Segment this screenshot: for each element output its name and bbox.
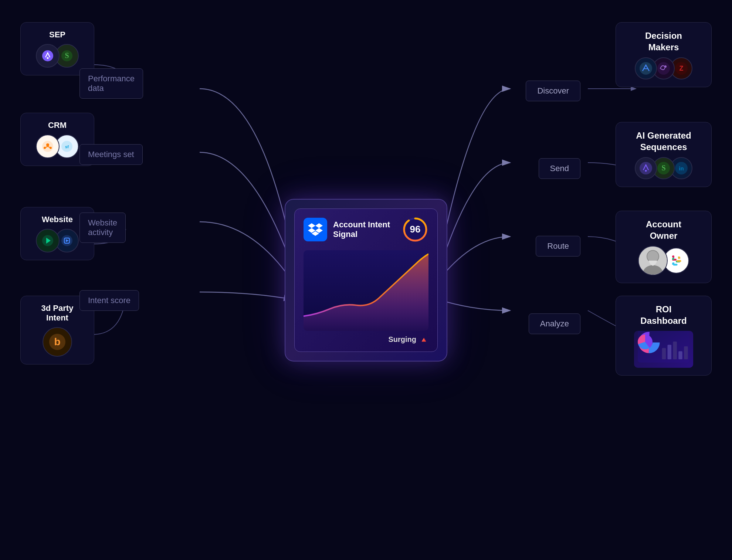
label-performance: Performance data — [79, 68, 143, 99]
dest-account-owner-title: Account Owner — [646, 218, 681, 241]
dest-roi-dashboard-title: ROI Dashboard — [640, 303, 687, 326]
action-discover[interactable]: Discover — [526, 81, 580, 101]
label-intent-score: Intent score — [79, 290, 139, 311]
action-analyze[interactable]: Analyze — [529, 313, 580, 334]
dest-decision-makers-title: Decision Makers — [645, 30, 682, 53]
center-card: Account Intent Signal 96 — [285, 199, 447, 362]
card-title: Account Intent Signal — [333, 220, 396, 239]
svg-rect-49 — [668, 345, 672, 359]
svg-point-7 — [46, 143, 49, 146]
dest-decision-makers: Decision Makers Z — [616, 22, 712, 87]
surging-arrow-icon: 🔺 — [419, 335, 428, 344]
label-intent-score-text: Intent score — [88, 296, 131, 305]
svg-rect-52 — [684, 346, 688, 359]
ai-sequences-icons: S in — [635, 157, 692, 179]
svg-point-38 — [647, 251, 658, 262]
label-website-activity: Website activity — [79, 213, 126, 243]
dest-roi-dashboard: ROI Dashboard — [616, 296, 712, 376]
chart-area — [304, 250, 428, 331]
label-website-activity-text: Website activity — [88, 218, 117, 237]
action-send[interactable]: Send — [539, 158, 580, 179]
action-send-text: Send — [550, 164, 569, 173]
score-circle: 96 — [402, 216, 428, 243]
score-number: 96 — [410, 224, 421, 235]
card-header: Account Intent Signal 96 — [304, 216, 428, 243]
svg-text:S: S — [661, 164, 665, 172]
roi-dashboard-preview — [634, 331, 693, 368]
svg-rect-50 — [673, 342, 677, 359]
action-discover-text: Discover — [537, 86, 569, 95]
source-crm-title: CRM — [48, 121, 67, 130]
source-website-icons — [36, 229, 79, 252]
source-sep: SEP S — [20, 22, 94, 75]
seq-outreach-icon — [635, 157, 657, 179]
action-route[interactable]: Route — [536, 236, 580, 257]
apollo-icon — [635, 57, 657, 79]
bombora-icon: b — [43, 327, 72, 357]
svg-rect-42 — [677, 260, 681, 262]
svg-point-29 — [640, 162, 652, 174]
label-meetings: Meetings set — [79, 144, 143, 165]
source-website-title: Website — [42, 215, 73, 224]
svg-point-3 — [47, 57, 49, 59]
surging-text: Surging — [388, 335, 416, 344]
website-icon-1 — [36, 229, 60, 252]
source-3d-party-title: 3d Party Intent — [41, 303, 74, 323]
action-analyze-text: Analyze — [540, 319, 569, 328]
svg-text:S: S — [65, 51, 69, 60]
outreach-icon — [36, 44, 60, 68]
svg-rect-51 — [678, 352, 682, 360]
hubspot-icon — [36, 135, 60, 158]
source-3d-party-icons: b — [43, 327, 72, 357]
account-owner-icons — [638, 246, 689, 275]
person-avatar — [638, 246, 668, 275]
dest-ai-sequences-title: AI Generated Sequences — [636, 130, 691, 153]
svg-text:Z: Z — [680, 65, 684, 72]
svg-point-30 — [645, 170, 647, 172]
svg-text:sf: sf — [65, 145, 69, 149]
label-performance-text: Performance data — [88, 74, 135, 93]
dropbox-icon — [304, 218, 327, 241]
dest-ai-sequences: AI Generated Sequences S in — [616, 122, 712, 187]
diagram-container: SEP S CRM — [0, 0, 732, 560]
decision-makers-icons: Z — [635, 57, 692, 79]
svg-rect-43 — [673, 264, 678, 266]
center-card-inner: Account Intent Signal 96 — [294, 208, 438, 352]
svg-point-26 — [664, 65, 667, 68]
source-sep-icons: S — [36, 44, 79, 68]
svg-point-25 — [657, 62, 670, 75]
svg-text:b: b — [54, 336, 60, 347]
label-meetings-text: Meetings set — [88, 150, 134, 159]
source-sep-title: SEP — [49, 30, 65, 40]
svg-text:in: in — [679, 165, 684, 172]
dest-account-owner: Account Owner — [616, 211, 712, 283]
action-route-text: Route — [547, 241, 569, 251]
svg-rect-48 — [662, 348, 666, 360]
surging-badge: Surging 🔺 — [304, 335, 428, 344]
source-crm-icons: sf — [36, 135, 79, 158]
